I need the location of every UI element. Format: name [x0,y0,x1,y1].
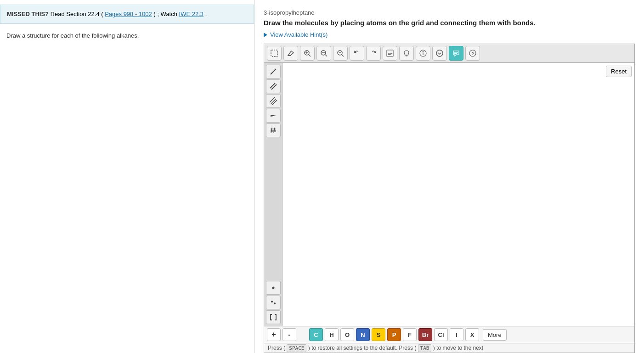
svg-point-38 [274,303,276,304]
svg-marker-30 [271,115,276,117]
missed-between: ) ; Watch [153,11,179,17]
double-bond-btn[interactable] [266,79,281,93]
svg-text:An: An [388,52,393,56]
right-panel: 3-isopropylheptane Draw the molecules by… [254,0,644,353]
atom-bar: + - C H O N S P F Br Cl I X More [264,326,634,343]
draw-prompt: Draw the molecules by placing atoms on t… [264,19,635,27]
tab-key: TAB [418,344,432,352]
redo-btn[interactable] [366,46,381,61]
svg-line-34 [271,128,272,133]
missed-end: . [205,11,207,17]
svg-text:?: ? [471,51,474,56]
atom-P-btn[interactable]: P [387,328,401,341]
main-area: Reset [264,63,634,326]
toolbar: An [264,44,634,63]
svg-line-26 [271,84,277,90]
atom-H-btn[interactable]: H [325,328,339,341]
atom-X-btn[interactable]: X [465,328,479,341]
iwe-link[interactable]: IWE 22.3 [179,11,203,17]
pages-link[interactable]: Pages 998 - 1002 [105,11,152,17]
atom-O-btn[interactable]: O [340,328,354,341]
dot-double-btn[interactable] [266,296,281,309]
charge-minus-btn[interactable]: - [282,328,296,341]
hash-bond-btn[interactable] [266,123,281,137]
svg-line-25 [270,83,275,88]
svg-point-37 [271,301,273,303]
hint-row[interactable]: View Available Hint(s) [264,31,635,38]
atom-I-btn[interactable]: I [450,328,463,341]
svg-line-8 [325,55,327,56]
atom-F-btn[interactable]: F [403,328,417,341]
dropdown-btn[interactable] [432,46,447,61]
reset-btn[interactable]: Reset [606,66,632,77]
atom-N-btn[interactable]: N [356,328,370,341]
missed-label: MISSED THIS? [7,11,49,17]
side-tools [264,63,282,326]
svg-line-11 [342,55,344,56]
svg-point-19 [436,50,443,56]
svg-rect-0 [271,50,277,56]
draw-instruction: Draw a structure for each of the followi… [0,28,254,43]
zoom-out-btn[interactable] [333,46,348,61]
svg-line-35 [274,128,275,133]
lightbulb-btn[interactable] [399,46,414,61]
hint-triangle-icon [264,33,267,37]
missed-box: MISSED THIS? Read Section 22.4 ( Pages 9… [0,5,254,24]
atom-C-btn[interactable]: C [309,328,323,341]
atom-Cl-btn[interactable]: Cl [434,328,448,341]
text-btn[interactable]: An [383,46,397,61]
more-btn[interactable]: More [483,329,507,341]
atom-S-btn[interactable]: S [372,328,385,341]
undo-btn[interactable] [350,46,364,61]
atom-Br-btn[interactable]: Br [418,328,432,341]
zoom-in-btn[interactable] [300,46,315,61]
select-tool-btn[interactable] [267,46,282,61]
erase-tool-btn[interactable] [283,46,298,61]
triple-bond-btn[interactable] [266,94,281,108]
bracket-btn[interactable] [266,310,281,324]
help-btn[interactable]: ? [465,46,480,61]
canvas-area[interactable]: Reset [282,63,634,326]
svg-line-29 [272,100,277,105]
svg-point-36 [272,287,274,289]
hint-label[interactable]: View Available Hint(s) [270,31,328,38]
svg-point-18 [423,51,424,52]
svg-line-24 [271,69,276,74]
charge-plus-btn[interactable]: + [267,328,281,341]
missed-text: Read Section 22.4 ( [51,11,103,17]
info-btn[interactable] [416,46,430,61]
svg-line-28 [271,99,276,104]
left-panel: MISSED THIS? Read Section 22.4 ( Pages 9… [0,0,254,353]
drawing-container: An [264,44,635,353]
single-bond-btn[interactable] [266,65,281,78]
svg-line-5 [309,55,311,56]
wedge-bond-btn[interactable] [266,109,281,123]
svg-line-27 [270,97,275,102]
comment-btn[interactable] [449,46,463,61]
dot-single-btn[interactable] [266,281,281,295]
molecule-title: 3-isopropylheptane [264,9,635,16]
status-bar: Press ( SPACE ) to restore all settings … [264,343,634,353]
zoom-fit-btn[interactable] [316,46,331,61]
space-key: SPACE [287,344,306,352]
